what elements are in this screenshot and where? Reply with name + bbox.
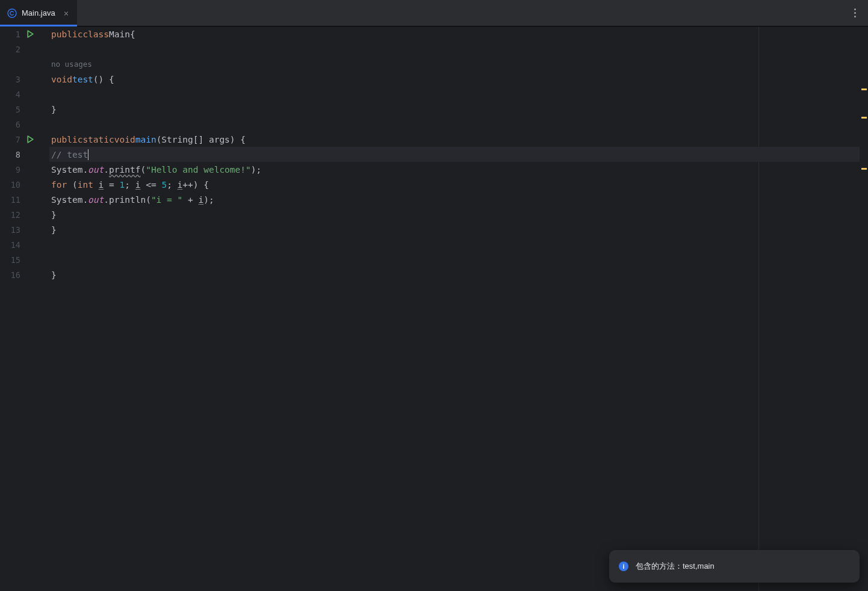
class-file-icon — [7, 8, 17, 18]
gutter-icons-column[interactable] — [25, 26, 49, 591]
code-line: } — [49, 102, 860, 117]
svg-point-0 — [8, 9, 16, 17]
file-tab-main-java[interactable]: Main.java × — [0, 0, 77, 26]
code-line: System.out.printf("Hello and welcome!"); — [49, 162, 860, 177]
line-number: 4 — [0, 90, 20, 99]
code-line: } — [49, 222, 860, 237]
line-number: 10 — [0, 180, 20, 190]
line-number: 9 — [0, 165, 20, 175]
line-number: 1 — [0, 29, 20, 39]
code-line — [49, 237, 860, 252]
code-line: } — [49, 207, 860, 222]
line-number: 8 — [0, 150, 20, 159]
code-line: public static void main(String[] args) { — [49, 132, 860, 147]
line-number: 16 — [0, 270, 20, 280]
stripe-mark-warning[interactable] — [861, 117, 867, 119]
line-number: 6 — [0, 120, 20, 129]
notification-toast[interactable]: i 包含的方法：test,main — [609, 550, 860, 583]
line-number: 12 — [0, 210, 20, 220]
code-area[interactable]: public class Main { no usages void test(… — [49, 26, 860, 591]
line-number: 7 — [0, 135, 20, 144]
code-line-current: // test — [49, 147, 860, 162]
code-line: void test() { — [49, 72, 860, 87]
code-line: public class Main { — [49, 26, 860, 42]
usages-hint[interactable]: no usages — [51, 60, 92, 69]
editor-tab-bar: Main.java × — [0, 0, 868, 26]
inlay-hint-line: no usages — [49, 57, 860, 72]
code-line — [49, 117, 860, 132]
line-number: 14 — [0, 240, 20, 250]
run-gutter-icon[interactable] — [26, 135, 34, 143]
run-gutter-icon[interactable] — [26, 29, 34, 38]
line-number: 15 — [0, 255, 20, 265]
line-number: 5 — [0, 105, 20, 114]
code-line — [49, 87, 860, 102]
info-icon: i — [619, 562, 628, 571]
toast-message: 包含的方法：test,main — [636, 561, 715, 572]
line-number: 3 — [0, 75, 20, 84]
line-number: 11 — [0, 195, 20, 205]
line-number-gutter[interactable]: 1 2 3 4 5 6 7 8 9 10 11 12 13 14 15 16 — [0, 26, 25, 591]
editor: 1 2 3 4 5 6 7 8 9 10 11 12 13 14 15 16 p… — [0, 26, 868, 591]
text-cursor — [88, 149, 88, 160]
code-line: System.out.println("i = " + i); — [49, 192, 860, 207]
code-line — [49, 252, 860, 267]
code-line: for (int i = 1; i <= 5; i++) { — [49, 177, 860, 192]
stripe-mark-warning[interactable] — [861, 88, 867, 90]
line-number: 13 — [0, 225, 20, 235]
stripe-mark-warning[interactable] — [861, 168, 867, 170]
tab-more-menu-icon[interactable] — [851, 5, 860, 21]
code-line — [49, 42, 860, 57]
code-line: } — [49, 267, 860, 282]
close-tab-icon[interactable]: × — [64, 8, 69, 18]
file-tab-label: Main.java — [22, 8, 55, 17]
line-number: 2 — [0, 45, 20, 54]
error-stripe[interactable] — [860, 26, 868, 591]
